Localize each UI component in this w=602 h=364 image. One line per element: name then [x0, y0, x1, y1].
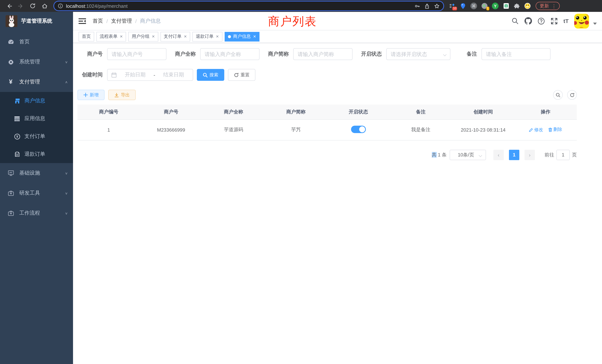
show-search-toggle-button[interactable] — [553, 90, 563, 100]
fullscreen-icon[interactable] — [550, 17, 558, 25]
shop-icon — [14, 98, 20, 104]
create-time-range-picker[interactable]: 开始日期 - 结束日期 — [107, 69, 193, 81]
date-end-placeholder[interactable]: 结束日期 — [158, 72, 189, 78]
browser-reload-button[interactable] — [28, 1, 37, 10]
update-label: 更新 — [540, 3, 549, 9]
extension-recorder-icon[interactable]: 1 — [481, 2, 488, 10]
browser-update-button[interactable]: 更新 ⋮ — [536, 2, 560, 10]
cell-merchant-id: 1 — [77, 119, 140, 140]
short-name-input[interactable] — [293, 48, 353, 60]
yen-icon: ¥ — [7, 78, 14, 86]
avatar-dropdown-caret-icon[interactable] — [593, 22, 597, 25]
password-key-icon[interactable] — [414, 3, 420, 9]
extension-sheets-icon[interactable] — [502, 2, 510, 10]
breadcrumb-home[interactable]: 首页 — [93, 18, 103, 24]
tab-merchant-info[interactable]: 商户信息✕ — [225, 32, 259, 41]
sidebar-item-app-info[interactable]: 应用信息 — [0, 110, 73, 128]
status-toggle-on[interactable] — [351, 126, 366, 133]
sidebar-item-system[interactable]: 系统管理 ∨ — [0, 52, 73, 72]
browser-back-button[interactable] — [4, 1, 13, 10]
full-name-input[interactable] — [200, 48, 259, 60]
sidebar-item-label: 研发工具 — [19, 190, 65, 196]
sidebar-item-home[interactable]: 首页 — [0, 32, 73, 52]
browser-home-button[interactable] — [40, 1, 49, 10]
extension-tasks-icon[interactable]: 10 — [449, 2, 456, 10]
close-icon[interactable]: ✕ — [120, 34, 123, 39]
tab-home[interactable]: 首页 — [79, 32, 94, 41]
extension-pin-icon[interactable] — [459, 2, 467, 10]
sidebar-item-payment[interactable]: ¥ 支付管理 ∧ — [0, 72, 73, 92]
site-info-icon[interactable] — [58, 3, 63, 9]
extension-emoji-icon[interactable] — [524, 2, 531, 10]
sidebar-item-label: 首页 — [19, 39, 68, 45]
remark-input[interactable] — [482, 48, 550, 60]
browser-forward-button[interactable] — [16, 1, 25, 10]
page-size-select[interactable]: 10条/页 — [450, 150, 486, 160]
goto-page-input[interactable] — [556, 150, 570, 160]
gear-icon — [7, 59, 14, 65]
cell-merchant-no: M233666999 — [140, 119, 202, 140]
share-icon[interactable] — [424, 3, 430, 9]
extension-badge: 1 — [486, 7, 489, 10]
edit-link[interactable]: 修改 — [529, 127, 543, 133]
refresh-button[interactable] — [567, 90, 577, 100]
browser-menu-kebab-icon[interactable]: ⋮ — [552, 3, 556, 9]
next-page-button[interactable]: › — [525, 150, 535, 160]
reset-button[interactable]: 重置 — [228, 69, 255, 81]
sidebar-item-merchant-info[interactable]: 商户信息 — [0, 92, 73, 110]
delete-link[interactable]: 删除 — [548, 127, 562, 133]
bookmark-star-icon[interactable] — [434, 3, 440, 9]
sidebar-item-label: 工作流程 — [19, 210, 65, 216]
filter-label-merchant-no: 商户号 — [77, 51, 103, 57]
sidebar-item-pay-order[interactable]: ¥ 支付订单 — [0, 128, 73, 145]
extension-badge: 10 — [452, 7, 457, 10]
sidebar-fold-icon[interactable] — [79, 17, 86, 25]
add-button[interactable]: 新增 — [77, 90, 105, 100]
status-select[interactable] — [386, 48, 450, 60]
export-button[interactable]: 导出 — [108, 90, 136, 100]
sidebar-item-refund-order[interactable]: 退款订单 — [0, 145, 73, 163]
date-separator: - — [153, 72, 155, 78]
cell-create-time: 2021-10-23 08:31:14 — [452, 119, 515, 140]
sidebar-item-infrastructure[interactable]: 基础设施 ∨ — [0, 163, 73, 183]
extensions-area: 10 ⌘ 1 Y — [449, 2, 531, 10]
sidebar-item-label: 应用信息 — [24, 115, 45, 122]
extension-y-icon[interactable]: Y — [492, 2, 499, 10]
tab-refund-order[interactable]: 退款订单✕ — [192, 32, 222, 41]
close-icon[interactable]: ✕ — [253, 34, 256, 39]
calendar-icon — [111, 72, 117, 78]
font-size-icon[interactable]: tT — [563, 18, 569, 24]
filter-label-status: 开启状态 — [361, 51, 382, 57]
merchant-no-input[interactable] — [107, 48, 166, 60]
sidebar-item-workflow[interactable]: 工作流程 ∨ — [0, 203, 73, 223]
date-start-placeholder[interactable]: 开始日期 — [120, 72, 150, 78]
header-search-icon[interactable] — [512, 17, 519, 25]
breadcrumb: 首页 / 支付管理 / 商户信息 — [93, 18, 161, 24]
close-icon[interactable]: ✕ — [184, 34, 187, 39]
help-question-icon[interactable] — [538, 17, 545, 25]
extensions-puzzle-icon[interactable] — [513, 2, 520, 10]
address-bar[interactable]: localhost:1024/pay/merchant — [54, 1, 443, 10]
breadcrumb-payment[interactable]: 支付管理 — [111, 18, 132, 24]
extension-command-icon[interactable]: ⌘ — [470, 2, 477, 10]
url-text: localhost:1024/pay/merchant — [66, 3, 414, 9]
filter-label-full-name: 商户全称 — [175, 51, 196, 57]
close-icon[interactable]: ✕ — [216, 34, 219, 39]
sidebar-item-dev-tools[interactable]: 研发工具 ∨ — [0, 183, 73, 203]
tab-pay-order[interactable]: 支付订单✕ — [161, 32, 190, 41]
close-icon[interactable]: ✕ — [152, 34, 155, 39]
github-icon[interactable] — [525, 17, 532, 25]
page-1-button[interactable]: 1 — [509, 150, 519, 160]
search-button[interactable]: 搜索 — [197, 69, 224, 81]
app-logo-row[interactable]: 芋道管理系统 — [0, 12, 73, 30]
col-merchant-no: 商户号 — [140, 105, 202, 119]
payment-submenu: 商户信息 应用信息 ¥ 支付订单 — [0, 92, 73, 163]
prev-page-button[interactable]: ‹ — [493, 150, 504, 160]
tab-process-form[interactable]: 流程表单✕ — [96, 32, 126, 41]
active-tab-dot — [228, 35, 231, 38]
tab-user-group[interactable]: 用户分组✕ — [129, 32, 158, 41]
app-title: 芋道管理系统 — [21, 18, 52, 24]
grid-table-icon — [14, 116, 20, 121]
user-avatar[interactable] — [574, 13, 589, 28]
table-header-row: 商户编号 商户号 商户全称 商户简称 开启状态 备注 创建时间 操作 — [77, 105, 577, 119]
